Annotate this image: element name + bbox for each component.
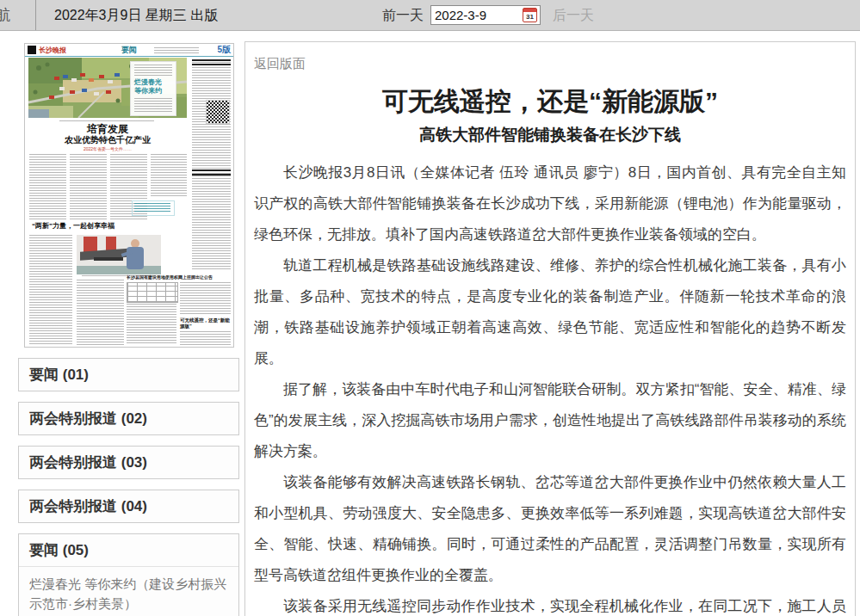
thumb-photo-textbox: 烂漫春光 等你来约 bbox=[130, 61, 176, 116]
sidebar-section-04[interactable]: 两会特别报道 (04) bbox=[18, 490, 239, 523]
thumb-worker-photo bbox=[77, 235, 161, 274]
back-to-page-link[interactable]: 返回版面 bbox=[254, 56, 306, 72]
thumb-subhead-red: 2022年省委一号文件…… bbox=[28, 146, 187, 152]
thumb-photo-caption bbox=[59, 120, 154, 122]
article-body: 长沙晚报3月8日讯（全媒体记者 伍玲 通讯员 廖宁）8日，国内首创、具有完全自主… bbox=[254, 157, 846, 616]
thumb-text-column bbox=[127, 304, 176, 345]
sidebar-section-01[interactable]: 要闻 (01) bbox=[18, 358, 239, 391]
thumb-headline-2: 农业优势特色千亿产业 bbox=[28, 135, 187, 145]
sidebar-section-03[interactable]: 两会特别报道 (03) bbox=[18, 446, 239, 479]
qr-code-icon bbox=[206, 100, 230, 124]
thumb-text-column bbox=[151, 154, 187, 197]
thumb-masthead: 长沙晚报 要闻 5版 bbox=[25, 44, 233, 57]
date-input[interactable] bbox=[431, 6, 521, 24]
thumb-mid-headline: “两新”力量，一起创享幸福 bbox=[32, 222, 170, 231]
thumb-right-headline bbox=[192, 59, 231, 66]
thumb-section-title: 要闻 bbox=[25, 46, 233, 55]
sidebar-article-link[interactable]: 烂漫春光 等你来约（建设乡村振兴示范市·乡村美景） bbox=[19, 566, 238, 616]
article-paragraph: 该装备能够有效解决高速铁路长钢轨、岔芯等道岔大部件更换作业中仍然依赖大量人工和小… bbox=[254, 467, 846, 591]
thumb-text-column bbox=[29, 235, 72, 345]
sidebar-section-05-header[interactable]: 要闻 (05) bbox=[19, 534, 238, 566]
thumb-current-article-headline: 可无线遥控，还是“新能源版” bbox=[180, 317, 231, 330]
page-thumbnail[interactable]: 长沙晚报 要闻 5版 bbox=[24, 43, 234, 348]
nav-link-clipped[interactable]: 导航 bbox=[0, 0, 10, 30]
calendar-icon[interactable]: 31 bbox=[523, 8, 537, 22]
sidebar: 长沙晚报 要闻 5版 bbox=[18, 43, 239, 616]
thumb-text-column bbox=[70, 154, 107, 219]
thumb-right-column bbox=[192, 59, 231, 271]
article-paragraph: 轨道工程机械是铁路基础设施线路建设、维修、养护的综合性机械化施工装备，具有小批量… bbox=[254, 250, 846, 374]
thumb-teal-caption-2: 等你来约 bbox=[134, 87, 162, 95]
sidebar-section-05: 要闻 (05) 烂漫春光 等你来约（建设乡村振兴示范市·乡村美景） 培育发展农业… bbox=[18, 533, 239, 616]
next-day-button[interactable]: 后一天 bbox=[553, 0, 594, 30]
publish-date-label: 2022年3月9日 星期三 出版 bbox=[54, 0, 218, 30]
article-paragraph: 长沙晚报3月8日讯（全媒体记者 伍玲 通讯员 廖宁）8日，国内首创、具有完全自主… bbox=[254, 157, 846, 250]
thumb-right-headline bbox=[192, 169, 231, 176]
thumb-headline-1: 培育发展 bbox=[28, 124, 187, 135]
thumb-text-column bbox=[77, 280, 124, 345]
thumb-teal-caption-1: 烂漫春光 bbox=[134, 78, 162, 87]
sidebar-section-02[interactable]: 两会特别报道 (02) bbox=[18, 402, 239, 435]
thumb-masthead-textlines bbox=[154, 47, 199, 53]
article-title: 可无线遥控，还是“新能源版” bbox=[245, 84, 855, 120]
top-toolbar: 导航 2022年3月9日 星期三 出版 前一天 31 后一天 bbox=[0, 0, 860, 31]
thumb-teal-promo-box bbox=[132, 200, 175, 216]
thumb-text-column bbox=[180, 282, 231, 315]
thumb-text-column bbox=[29, 154, 66, 219]
toolbar-divider bbox=[35, 0, 36, 30]
previous-day-button[interactable]: 前一天 bbox=[382, 0, 424, 30]
date-input-wrap: 31 bbox=[430, 5, 541, 25]
article-panel: 返回版面 可无线遥控，还是“新能源版” 高铁大部件智能铺换装备在长沙下线 长沙晚… bbox=[244, 41, 856, 616]
thumb-notice-headline: 长沙县国有建设用地使用权网上挂牌出让公告 bbox=[127, 274, 231, 280]
thumb-notice-table bbox=[127, 282, 178, 303]
thumb-text-column bbox=[180, 331, 231, 345]
article-paragraph: 据了解，该装备由中车时代电子和山河智能联合研制。双方紧扣“智能、安全、精准、绿色… bbox=[254, 374, 846, 467]
thumb-page-number: 5版 bbox=[217, 45, 231, 55]
article-paragraph: 该装备采用无线遥控同步动作作业技术，实现全程机械化作业，在同工况下，施工人员较行… bbox=[254, 591, 846, 616]
article-subtitle: 高铁大部件智能铺换装备在长沙下线 bbox=[245, 124, 855, 146]
